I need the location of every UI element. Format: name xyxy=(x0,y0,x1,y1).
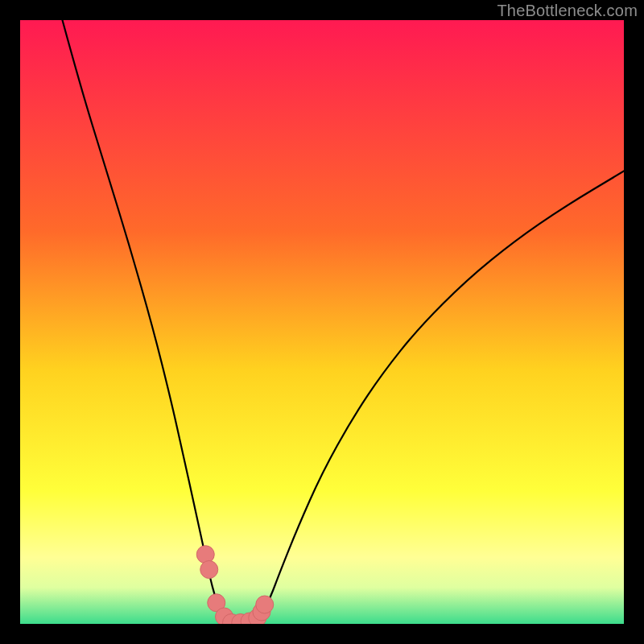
attribution-text: TheBottleneck.com xyxy=(497,2,638,20)
curve-marker xyxy=(200,561,218,579)
curve-marker xyxy=(196,546,214,564)
curve-marker xyxy=(256,596,274,613)
bottleneck-chart xyxy=(20,20,624,624)
gradient-background xyxy=(20,20,624,624)
chart-frame xyxy=(20,20,624,624)
